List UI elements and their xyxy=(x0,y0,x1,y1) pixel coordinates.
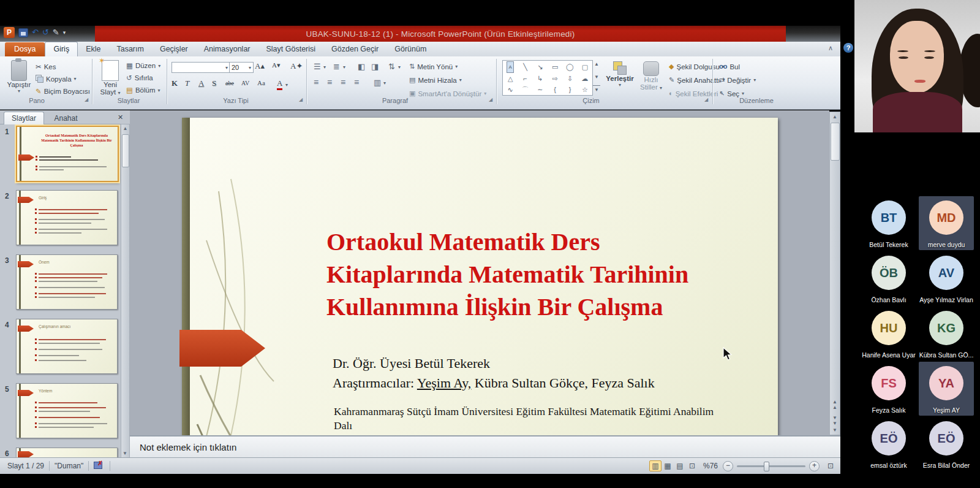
underline-button[interactable]: A xyxy=(198,78,204,88)
tab-slayt-gosterisi[interactable]: Slayt Gösterisi xyxy=(258,42,324,56)
shapes-more-icon[interactable]: ▼ xyxy=(593,85,600,94)
shrink-font-icon[interactable]: A▾ xyxy=(272,61,280,69)
participant-tile[interactable]: EÖ Esra Bilal Önder xyxy=(919,417,974,471)
align-right-icon[interactable]: ≡ xyxy=(341,77,345,88)
bullets-icon[interactable]: ☰ xyxy=(314,61,321,72)
reset-button[interactable]: ↺ Sıfırla xyxy=(126,74,153,82)
character-spacing-button[interactable]: AV xyxy=(241,80,249,86)
shapes-scroll-up-icon[interactable]: ▲ xyxy=(593,60,600,69)
slide-title[interactable]: Ortaokul Matematik Ders Kitaplarında Mat… xyxy=(326,226,749,323)
format-painter-button[interactable]: ✎ Biçim Boyacısı xyxy=(36,87,90,96)
font-color-button[interactable]: A xyxy=(277,78,282,90)
scroll-down-icon[interactable]: ▼ xyxy=(830,426,840,435)
next-slide-button[interactable]: ▼ ▼ xyxy=(830,415,840,426)
zoom-in-button[interactable]: + xyxy=(809,461,820,471)
slide-thumbnail-4[interactable]: Çalışmanın amacı xyxy=(16,319,118,374)
cut-button[interactable]: ✂ Kes xyxy=(36,63,56,71)
help-icon[interactable]: ? xyxy=(843,43,853,53)
strikethrough-button[interactable]: abe xyxy=(225,80,234,86)
participant-tile[interactable]: BT Betül Tekerek xyxy=(861,196,916,250)
shapes-scroll-down-icon[interactable]: ▼ xyxy=(593,73,600,82)
cizim-dialog-launcher-icon[interactable]: ◢ xyxy=(704,97,708,102)
previous-slide-button[interactable]: ▲ ▲ xyxy=(830,399,840,410)
slideshow-view-button[interactable]: ⊡ xyxy=(686,460,698,471)
scroll-up-icon[interactable]: ▲ xyxy=(830,112,840,122)
slide-arrow-shape[interactable] xyxy=(179,330,265,367)
shape-fill-button[interactable]: ◆ Şekil Dolgusu ▾ xyxy=(669,61,725,72)
undo-icon[interactable]: ↶ xyxy=(32,27,39,38)
font-name-combo[interactable]: ▾ xyxy=(172,62,230,73)
zoom-out-button[interactable]: − xyxy=(723,461,733,471)
section-button[interactable]: ▤ Bölüm ▾ xyxy=(126,86,160,94)
clear-formatting-icon[interactable]: A✦ xyxy=(290,61,303,71)
save-icon[interactable] xyxy=(18,28,28,37)
slide-researchers[interactable]: Araştırmacılar: Yeşim Ay, Kübra Sultan G… xyxy=(333,375,655,391)
scroll-up-icon[interactable]: ▲ xyxy=(121,124,129,133)
fit-to-window-button[interactable]: ⊡ xyxy=(824,460,837,471)
change-case-button[interactable]: Aa xyxy=(257,79,265,86)
ink-tools-icon[interactable]: ✎ xyxy=(53,27,59,38)
slide-thumbnail-2[interactable]: Giriş xyxy=(16,190,118,245)
scroll-down-icon[interactable]: ▼ xyxy=(123,449,127,458)
scrollbar-thumb[interactable] xyxy=(831,123,840,161)
tab-slaytlar-pane[interactable]: Slaytlar xyxy=(4,112,44,124)
customize-qat-icon[interactable]: ▾ xyxy=(63,27,66,38)
normal-view-button[interactable]: ▥ xyxy=(649,460,662,471)
pano-dialog-launcher-icon[interactable]: ◢ xyxy=(85,97,88,102)
shape-outline-button[interactable]: ✎ Şekil Anahattı ▾ xyxy=(669,75,725,85)
scrollbar-thumb[interactable] xyxy=(122,134,129,167)
zoom-slider-thumb[interactable] xyxy=(764,462,769,471)
zoom-slider[interactable] xyxy=(737,465,805,467)
copy-button[interactable]: Kopyala ▾ xyxy=(36,75,77,83)
reading-view-button[interactable]: ▤ xyxy=(674,460,686,471)
slide-thumbnail-1[interactable]: Ortaokul Matematik Ders Kitaplarında Mat… xyxy=(16,126,119,182)
tab-dosya[interactable]: Dosya xyxy=(5,42,45,56)
replace-button[interactable]: ⇄ Değiştir ▾ xyxy=(719,75,756,85)
notes-pane[interactable]: Not eklemek için tıklatın xyxy=(130,435,840,457)
slide-affiliation[interactable]: Kahramanmaraş Sütçü İmam Üniversitesi Eğ… xyxy=(334,405,726,433)
tab-gecisler[interactable]: Geçişler xyxy=(152,42,196,56)
minimize-ribbon-icon[interactable]: ∧ xyxy=(828,44,833,52)
tab-animasyonlar[interactable]: Animasyonlar xyxy=(196,42,258,56)
close-pane-icon[interactable]: ✕ xyxy=(118,113,123,121)
participant-tile[interactable]: ÖB Özhan Bavlı xyxy=(861,251,916,305)
tab-gorunum[interactable]: Görünüm xyxy=(386,42,434,56)
slide-sorter-view-button[interactable]: ▦ xyxy=(662,460,674,471)
shapes-gallery-scroll[interactable]: ▲ ▼ ▼ xyxy=(593,60,600,94)
tab-ekle[interactable]: Ekle xyxy=(78,42,108,56)
slide-thumbnail-3[interactable]: Önem xyxy=(16,254,118,310)
tab-tasarim[interactable]: Tasarım xyxy=(108,42,151,56)
decrease-indent-icon[interactable]: ◧ xyxy=(358,61,365,72)
slide-thumbnail-5[interactable]: Yöntem xyxy=(16,383,118,438)
align-left-icon[interactable]: ≡ xyxy=(314,77,318,88)
text-direction-button[interactable]: ⇅ Metin Yönü ▾ xyxy=(409,61,458,72)
participant-tile[interactable]: FS Feyza Salık xyxy=(861,362,916,416)
redo-icon[interactable]: ↺ xyxy=(42,27,49,38)
justify-icon[interactable]: ≡ xyxy=(354,77,359,88)
participant-tile[interactable]: YA Yeşim AY xyxy=(919,362,974,416)
quick-styles-button[interactable]: Hızlı Stiller ▾ xyxy=(637,61,665,91)
yazi-tipi-dialog-launcher-icon[interactable]: ◢ xyxy=(299,97,303,102)
numbering-icon[interactable]: ≣ xyxy=(333,61,340,72)
editor-scrollbar[interactable]: ▲ ▲ ▲ ▼ ▼ ▼ xyxy=(829,112,840,435)
layout-button[interactable]: ▦ Düzen ▾ xyxy=(126,61,160,70)
find-button[interactable]: oo Bul xyxy=(719,61,740,72)
slides-panel-scrollbar[interactable]: ▲ ▼ xyxy=(121,124,130,460)
new-slide-button[interactable]: Yeni Slayt ▾ xyxy=(97,60,124,96)
paste-button[interactable]: Yapıştır ▾ xyxy=(6,60,32,94)
slide-canvas[interactable]: Ortaokul Matematik Ders Kitaplarında Mat… xyxy=(182,118,778,435)
shape-effects-button[interactable]: ◐ Şekil Efektleri ▾ xyxy=(669,88,723,99)
participant-tile[interactable]: AV Ayşe Yılmaz Virlan xyxy=(919,251,974,305)
arrange-button[interactable]: Yerleştir ▾ xyxy=(605,61,635,88)
theme-name[interactable]: "Duman" xyxy=(55,462,83,470)
spellcheck-icon[interactable]: ✗ xyxy=(94,462,105,471)
tab-gozden-gecir[interactable]: Gözden Geçir xyxy=(323,42,386,56)
tab-giris[interactable]: Giriş xyxy=(45,42,78,56)
powerpoint-app-icon[interactable]: P xyxy=(4,27,15,38)
align-center-icon[interactable]: ≡ xyxy=(327,77,332,88)
font-size-combo[interactable]: 20▾ xyxy=(229,62,254,73)
participant-tile[interactable]: EÖ emsal öztürk xyxy=(861,417,916,471)
paragraf-dialog-launcher-icon[interactable]: ◢ xyxy=(489,97,492,102)
shadow-button[interactable]: S xyxy=(212,78,216,88)
align-text-button[interactable]: ▤ Metni Hizala ▾ xyxy=(409,75,462,85)
